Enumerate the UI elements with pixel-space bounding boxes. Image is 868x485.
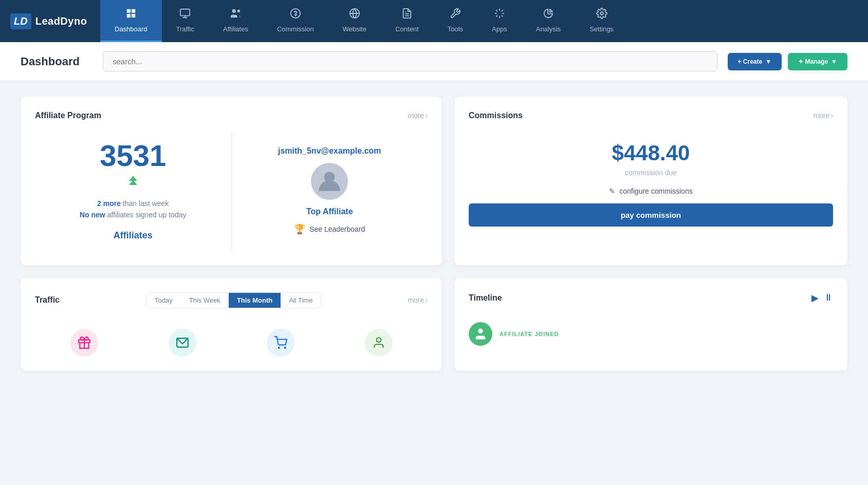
affiliate-program-card: Affiliate Program more › 3531 [21, 97, 442, 266]
traffic-affiliates [365, 329, 393, 357]
nav-label-affiliates: Affiliates [223, 25, 248, 33]
logo[interactable]: LD LeadDyno [0, 0, 100, 42]
trophy-icon: 🏆 [294, 223, 305, 235]
traffic-more-link[interactable]: more › [408, 296, 428, 304]
content-icon [401, 8, 413, 22]
commission-icon [290, 8, 301, 22]
svg-line-10 [502, 15, 503, 17]
commission-body: $448.40 commission due ✎ configure commi… [469, 130, 833, 227]
timeline-card: Timeline ▶ ⏸ AFFILIATE JOINED [454, 278, 847, 371]
dashboard-icon [125, 8, 137, 22]
affiliate-count: 3531 [100, 141, 166, 171]
logo-icon: LD [10, 13, 31, 29]
traffic-email [169, 329, 196, 357]
nav-label-content: Content [395, 25, 419, 33]
svg-line-9 [496, 10, 497, 12]
pay-commission-button[interactable]: pay commission [469, 203, 833, 227]
affiliate-stats: 2 more than last week No new affiliates … [80, 198, 187, 221]
avatar [311, 163, 348, 200]
nav-item-settings[interactable]: Settings [575, 0, 628, 42]
svg-point-2 [237, 10, 241, 13]
email-icon-circle [169, 329, 196, 357]
svg-point-15 [600, 12, 603, 15]
commissions-card-header: Commissions more › [469, 111, 833, 120]
affiliate-icon-circle [365, 329, 393, 357]
create-chevron-icon: ▼ [765, 58, 771, 65]
nav-item-dashboard[interactable]: Dashboard [100, 0, 162, 42]
nav-item-apps[interactable]: Apps [477, 0, 522, 42]
logo-text: LeadDyno [35, 15, 87, 27]
svg-point-21 [478, 328, 483, 333]
nav-item-content[interactable]: Content [381, 0, 433, 42]
timeline-avatar [469, 322, 492, 346]
analysis-icon [543, 8, 554, 22]
settings-icon [596, 8, 607, 22]
tab-today[interactable]: Today [146, 293, 181, 308]
cart-icon-circle [267, 329, 294, 357]
visitors-icon-circle [70, 329, 98, 357]
timeline-play-button[interactable]: ▶ [811, 292, 819, 304]
svg-point-1 [232, 9, 236, 13]
timeline-entry: AFFILIATE JOINED [469, 314, 833, 346]
traffic-card-title: Traffic [35, 295, 60, 305]
top-cards-row: Affiliate Program more › 3531 [21, 97, 847, 266]
nav-label-analysis: Analysis [536, 25, 561, 33]
tab-this-month[interactable]: This Month [229, 293, 281, 308]
tools-icon [450, 8, 461, 22]
timeline-card-title: Timeline [469, 293, 502, 303]
affiliate-left-panel: 3531 2 more than last week No new affili… [35, 130, 232, 251]
more-highlight: 2 more [97, 199, 121, 208]
affiliates-icon [230, 8, 241, 22]
nav-label-commission: Commission [277, 25, 314, 33]
traffic-icon [179, 8, 191, 22]
website-icon [349, 8, 360, 22]
nav-item-affiliates[interactable]: Affiliates [209, 0, 263, 42]
page-header: Dashboard + Create ▼ ✦ Manage ▼ [0, 42, 868, 81]
leaderboard-link[interactable]: 🏆 See Leaderboard [294, 223, 365, 235]
more-chevron-icon: › [425, 111, 428, 120]
manage-button[interactable]: ✦ Manage ▼ [788, 53, 847, 70]
affiliate-right-panel: jsmith_5nv@example.com Top Affiliate 🏆 S… [232, 130, 428, 251]
nav-item-analysis[interactable]: Analysis [522, 0, 575, 42]
create-button[interactable]: + Create ▼ [728, 53, 782, 70]
timeline-badge: AFFILIATE JOINED [500, 331, 559, 337]
nav-item-commission[interactable]: Commission [263, 0, 328, 42]
nav-label-settings: Settings [589, 25, 614, 33]
nav-label-tools: Tools [448, 25, 463, 33]
commissions-chevron-icon: › [830, 111, 833, 120]
nav-item-website[interactable]: Website [328, 0, 381, 42]
page-title: Dashboard [21, 55, 93, 68]
nav-item-tools[interactable]: Tools [433, 0, 477, 42]
svg-point-20 [376, 338, 381, 342]
commissions-more-link[interactable]: more › [813, 111, 833, 120]
nav-item-traffic[interactable]: Traffic [162, 0, 209, 42]
svg-rect-0 [180, 9, 190, 16]
traffic-tabs: Today This Week This Month All Time [146, 292, 321, 308]
timeline-actions: ▶ ⏸ [811, 292, 833, 304]
configure-commissions-link[interactable]: ✎ configure commissions [609, 187, 692, 195]
top-affiliate-label: Top Affiliate [306, 207, 353, 216]
timeline-pause-button[interactable]: ⏸ [824, 292, 833, 303]
search-input[interactable] [103, 51, 717, 71]
header-actions: + Create ▼ ✦ Manage ▼ [728, 53, 848, 70]
nav-label-traffic: Traffic [176, 25, 194, 33]
edit-icon: ✎ [609, 187, 615, 195]
affiliate-card-header: Affiliate Program more › [35, 111, 428, 120]
affiliate-more-link[interactable]: more › [408, 111, 428, 120]
main-nav: LD LeadDyno Dashboard Traffic Affiliates… [0, 0, 868, 42]
traffic-chevron-icon: › [425, 296, 428, 304]
commissions-card: Commissions more › $448.40 commission du… [454, 97, 847, 266]
svg-point-18 [278, 347, 279, 348]
commissions-card-title: Commissions [469, 111, 523, 120]
affiliates-link[interactable]: Affiliates [114, 230, 153, 241]
svg-line-14 [502, 10, 503, 12]
affiliate-card-body: 3531 2 more than last week No new affili… [35, 130, 428, 251]
tab-this-week[interactable]: This Week [181, 293, 229, 308]
up-arrows-icon [124, 175, 142, 194]
svg-point-19 [284, 347, 285, 348]
tab-all-time[interactable]: All Time [281, 293, 321, 308]
main-content: Affiliate Program more › 3531 [0, 81, 868, 399]
top-affiliate-email: jsmith_5nv@example.com [278, 146, 381, 156]
traffic-card-header: Traffic Today This Week This Month All T… [35, 292, 428, 308]
apps-icon [494, 8, 505, 22]
